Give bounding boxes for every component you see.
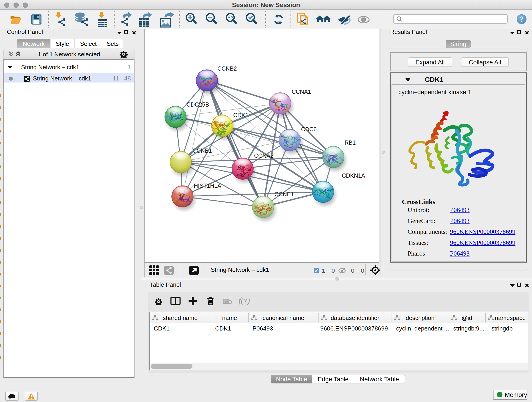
svg-text:HIST1H1A: HIST1H1A: [194, 182, 221, 189]
svg-text:CCNE1: CCNE1: [274, 191, 294, 197]
svg-text:CCNA2: CCNA2: [254, 153, 273, 159]
svg-text:CCNA1: CCNA1: [292, 89, 311, 95]
svg-text:CDC6: CDC6: [301, 126, 317, 133]
svg-text:CCNB1: CCNB1: [192, 147, 212, 154]
svg-text:RB1: RB1: [345, 139, 356, 146]
svg-text:CCNB2: CCNB2: [217, 65, 237, 72]
svg-text:CDK1: CDK1: [233, 112, 249, 118]
svg-text:CDC25B: CDC25B: [186, 101, 209, 108]
svg-text:CDKN1A: CDKN1A: [342, 172, 365, 179]
